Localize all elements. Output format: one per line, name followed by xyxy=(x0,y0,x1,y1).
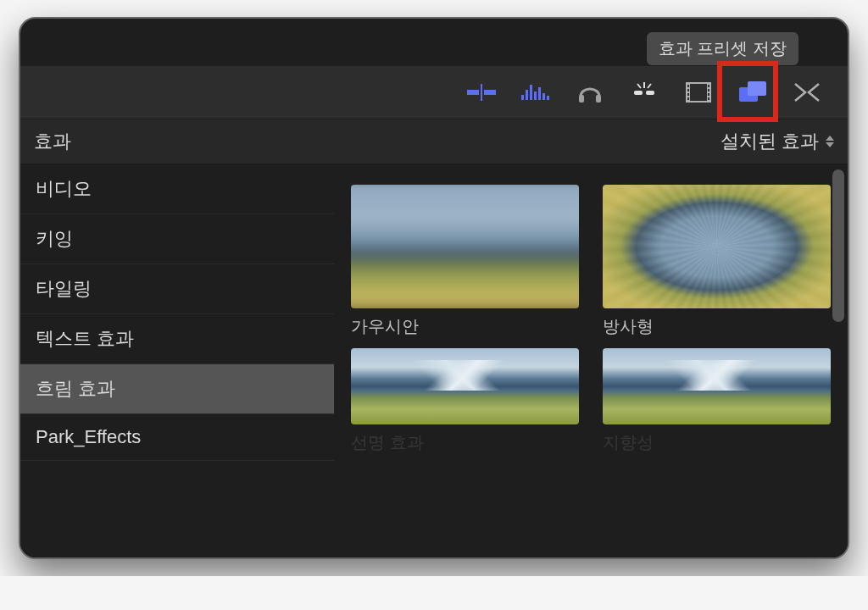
svg-rect-17 xyxy=(687,83,710,102)
effect-gaussian[interactable]: 가우시안 xyxy=(351,185,579,338)
svg-rect-1 xyxy=(481,84,482,101)
panel-title: 효과 xyxy=(34,129,71,154)
svg-rect-0 xyxy=(467,90,479,95)
svg-rect-24 xyxy=(708,85,709,87)
film-frames-icon[interactable] xyxy=(683,77,714,108)
light-burst-icon[interactable] xyxy=(629,77,659,108)
svg-rect-22 xyxy=(687,93,689,96)
svg-rect-2 xyxy=(484,90,496,95)
sidebar-item-text-effects[interactable]: 텍스트 효과 xyxy=(20,314,334,364)
effect-radial[interactable]: 방사형 xyxy=(603,185,831,338)
effect-label: 가우시안 xyxy=(351,315,579,338)
audio-levels-icon[interactable] xyxy=(520,77,551,108)
effect-thumbnail xyxy=(603,348,831,424)
svg-rect-7 xyxy=(538,87,541,100)
svg-rect-29 xyxy=(748,81,766,96)
filter-label: 설치된 효과 xyxy=(721,129,819,154)
effect-label: 지향성 xyxy=(603,431,831,454)
svg-rect-8 xyxy=(542,93,545,100)
svg-line-16 xyxy=(648,84,651,88)
effect-thumbnail xyxy=(351,348,579,424)
svg-rect-25 xyxy=(708,89,709,92)
effect-directional[interactable]: 지향성 xyxy=(603,348,831,454)
effects-browser-icon[interactable] xyxy=(737,77,768,108)
transitions-icon[interactable] xyxy=(792,77,822,108)
content-area: 비디오 키잉 타일링 텍스트 효과 흐림 효과 Park_Effects 가우시… xyxy=(20,164,848,557)
svg-rect-12 xyxy=(634,91,643,95)
headphones-icon[interactable] xyxy=(575,77,605,108)
effect-sharpen[interactable]: 선명 효과 xyxy=(351,348,579,454)
effects-header: 효과 설치된 효과 xyxy=(20,119,848,164)
svg-rect-20 xyxy=(687,85,689,87)
svg-rect-10 xyxy=(579,95,584,103)
svg-rect-11 xyxy=(596,95,601,103)
svg-rect-4 xyxy=(526,90,528,100)
effect-label: 선명 효과 xyxy=(351,431,579,454)
filter-dropdown[interactable]: 설치된 효과 xyxy=(721,129,834,154)
chevron-updown-icon xyxy=(826,136,834,147)
sidebar-item-video[interactable]: 비디오 xyxy=(20,164,334,214)
sidebar-item-park-effects[interactable]: Park_Effects xyxy=(20,414,334,461)
svg-rect-6 xyxy=(534,92,537,100)
sidebar-item-blur[interactable]: 흐림 효과 xyxy=(20,364,334,414)
effect-thumbnail xyxy=(351,185,579,308)
svg-rect-9 xyxy=(547,96,549,100)
effects-panel-window: 효과 프리셋 저장 효과 설치된 효과 비 xyxy=(19,17,849,559)
category-sidebar: 비디오 키잉 타일링 텍스트 효과 흐림 효과 Park_Effects xyxy=(20,164,334,557)
scrollbar-thumb[interactable] xyxy=(832,169,844,322)
svg-rect-23 xyxy=(687,97,689,100)
svg-rect-27 xyxy=(708,97,709,100)
svg-rect-5 xyxy=(530,85,532,100)
svg-rect-13 xyxy=(646,91,654,95)
inspector-toolbar xyxy=(20,66,848,119)
color-balance-icon[interactable] xyxy=(466,77,497,108)
svg-rect-3 xyxy=(521,95,524,100)
svg-line-15 xyxy=(637,84,641,88)
save-preset-tooltip: 효과 프리셋 저장 xyxy=(647,32,798,65)
effect-label: 방사형 xyxy=(603,315,831,338)
svg-rect-21 xyxy=(687,89,689,92)
sidebar-item-keying[interactable]: 키잉 xyxy=(20,214,334,264)
svg-rect-26 xyxy=(708,93,709,96)
effect-thumbnail xyxy=(603,185,831,308)
sidebar-item-tiling[interactable]: 타일링 xyxy=(20,264,334,314)
scrollbar[interactable] xyxy=(832,169,844,549)
effects-grid: 가우시안 방사형 선명 효과 지향성 xyxy=(334,164,848,557)
